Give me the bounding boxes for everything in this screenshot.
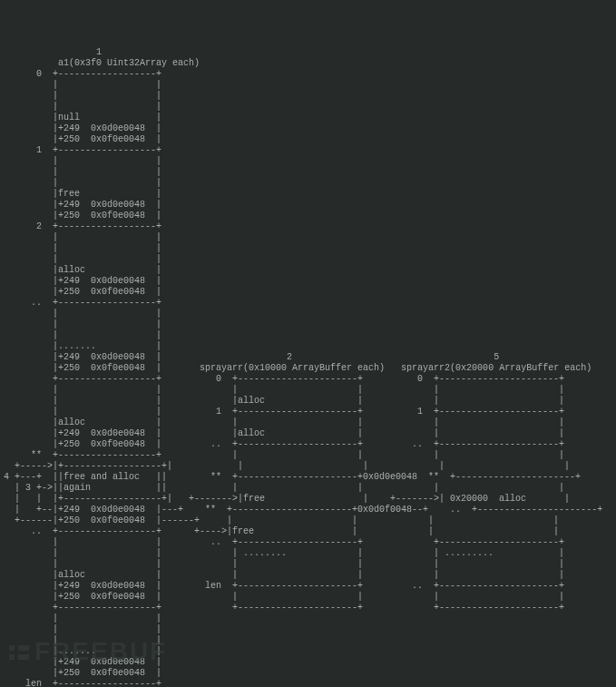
col1-title: a1(0x3f0 Uint32Array each) (58, 58, 200, 68)
memory-layout-diagram: 1 a1(0x3f0 Uint32Array each) 0 +--------… (4, 47, 612, 687)
col2-title: sprayarr(0x10000 ArrayBuffer each) (200, 363, 385, 373)
col3-title: sprayarr2(0x20000 ArrayBuffer each) (401, 363, 592, 373)
